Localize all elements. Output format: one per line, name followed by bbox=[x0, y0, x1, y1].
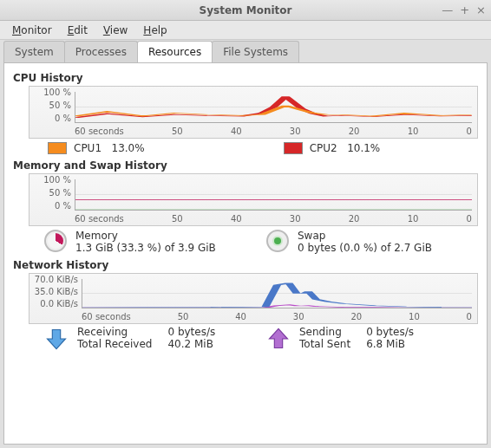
ytick: 50 % bbox=[31, 101, 71, 110]
tab-system[interactable]: System bbox=[3, 41, 65, 62]
mem-history-title: Memory and Swap History bbox=[13, 159, 478, 172]
mem-chart: 100 % 50 % 0 % 60 seconds 50 40 30 20 10… bbox=[29, 173, 478, 226]
ytick: 35.0 KiB/s bbox=[31, 288, 78, 296]
window-controls: — + × bbox=[442, 0, 486, 20]
xtick: 20 bbox=[349, 214, 360, 224]
tabs: System Processes Resources File Systems bbox=[0, 40, 491, 62]
recv-total: 40.2 MiB bbox=[167, 338, 215, 350]
net-x-ticks: 60 seconds 50 40 30 20 10 0 bbox=[82, 312, 472, 323]
ytick: 0.0 KiB/s bbox=[31, 300, 78, 308]
recv-rate: 0 bytes/s bbox=[167, 326, 215, 338]
recv-total-label: Total Received bbox=[77, 338, 152, 350]
menu-monitor[interactable]: Monitor bbox=[5, 23, 59, 38]
menu-help[interactable]: Help bbox=[136, 23, 173, 38]
xtick: 40 bbox=[231, 214, 242, 224]
xtick: 40 bbox=[235, 312, 246, 321]
swap-label: Swap bbox=[298, 230, 432, 242]
memory-label: Memory bbox=[75, 230, 216, 242]
maximize-icon[interactable]: + bbox=[460, 3, 469, 16]
memory-text: Memory 1.3 GiB (33.3 %) of 3.9 GiB bbox=[75, 230, 216, 254]
ytick: 100 % bbox=[31, 176, 71, 185]
xtick: 10 bbox=[408, 214, 419, 224]
xtick: 50 bbox=[172, 214, 183, 224]
minimize-icon[interactable]: — bbox=[442, 3, 453, 16]
ytick: 0 % bbox=[31, 114, 71, 123]
legend-name: CPU1 bbox=[74, 142, 101, 154]
swatch-icon bbox=[48, 142, 67, 154]
menu-edit[interactable]: Edit bbox=[61, 23, 95, 38]
send-table: Sending 0 bytes/s Total Sent 6.8 MiB bbox=[299, 326, 414, 350]
cpu-x-ticks: 60 seconds 50 40 30 20 10 0 bbox=[75, 127, 472, 138]
send-total-label: Total Sent bbox=[299, 338, 350, 350]
cpu2-line bbox=[75, 96, 472, 118]
cpu-history-title: CPU History bbox=[13, 72, 478, 84]
upload-arrow-icon bbox=[266, 326, 291, 352]
mem-plot bbox=[75, 179, 472, 211]
send-stat: Sending 0 bytes/s Total Sent 6.8 MiB bbox=[266, 326, 478, 352]
tab-resources[interactable]: Resources bbox=[137, 41, 213, 62]
tab-file-systems[interactable]: File Systems bbox=[212, 41, 299, 62]
recv-label: Receiving bbox=[77, 326, 152, 338]
legend-label: CPU2 10.1% bbox=[310, 142, 381, 154]
legend-value: 13.0% bbox=[112, 142, 145, 154]
legend-value: 10.1% bbox=[347, 142, 380, 154]
xtick: 20 bbox=[349, 127, 360, 136]
memory-value: 1.3 GiB (33.3 %) of 3.9 GiB bbox=[75, 242, 216, 254]
legend-name: CPU2 bbox=[310, 142, 337, 154]
swap-value: 0 bytes (0.0 %) of 2.7 GiB bbox=[298, 242, 432, 254]
xtick: 10 bbox=[409, 312, 420, 321]
swatch-icon bbox=[284, 142, 303, 154]
xtick: 0 bbox=[467, 127, 472, 136]
xtick: 50 bbox=[172, 127, 183, 136]
send-line bbox=[82, 305, 472, 308]
tab-processes[interactable]: Processes bbox=[64, 41, 138, 62]
recv-line bbox=[82, 283, 472, 308]
net-chart: 70.0 KiB/s 35.0 KiB/s 0.0 KiB/s 60 secon… bbox=[29, 273, 478, 324]
xtick: 30 bbox=[293, 312, 304, 321]
xtick: 10 bbox=[408, 127, 419, 136]
ytick: 0 % bbox=[31, 202, 71, 211]
window-titlebar: System Monitor — + × bbox=[0, 0, 491, 21]
close-icon[interactable]: × bbox=[476, 3, 486, 16]
swap-stat: Swap 0 bytes (0.0 %) of 2.7 GiB bbox=[266, 230, 478, 254]
send-total: 6.8 MiB bbox=[366, 338, 414, 350]
memory-stat: Memory 1.3 GiB (33.3 %) of 3.9 GiB bbox=[44, 230, 256, 254]
send-rate: 0 bytes/s bbox=[366, 326, 414, 338]
menu-view[interactable]: View bbox=[96, 23, 134, 38]
net-history-title: Network History bbox=[13, 259, 478, 271]
recv-table: Receiving 0 bytes/s Total Received 40.2 … bbox=[77, 326, 215, 350]
swap-text: Swap 0 bytes (0.0 %) of 2.7 GiB bbox=[298, 230, 432, 254]
net-y-ticks: 70.0 KiB/s 35.0 KiB/s 0.0 KiB/s bbox=[31, 276, 78, 308]
window-title: System Monitor bbox=[200, 4, 292, 16]
ytick: 70.0 KiB/s bbox=[31, 276, 78, 284]
menubar: Monitor Edit View Help bbox=[0, 21, 491, 40]
xtick: 60 seconds bbox=[75, 127, 124, 136]
xtick: 60 seconds bbox=[82, 312, 131, 321]
net-plot bbox=[82, 279, 472, 308]
memory-pie-icon bbox=[44, 230, 67, 252]
send-label: Sending bbox=[299, 326, 350, 338]
legend-cpu2[interactable]: CPU2 10.1% bbox=[284, 142, 381, 154]
legend-cpu1[interactable]: CPU1 13.0% bbox=[48, 142, 145, 154]
xtick: 0 bbox=[467, 312, 472, 321]
cpu-legend: CPU1 13.0% CPU2 10.1% bbox=[48, 142, 478, 154]
recv-stat: Receiving 0 bytes/s Total Received 40.2 … bbox=[44, 326, 256, 352]
resources-page: CPU History 100 % 50 % 0 % 60 seconds 50… bbox=[3, 62, 488, 445]
xtick: 30 bbox=[290, 214, 301, 224]
cpu-y-ticks: 100 % 50 % 0 % bbox=[31, 88, 71, 123]
mem-x-ticks: 60 seconds 50 40 30 20 10 0 bbox=[75, 214, 472, 225]
xtick: 40 bbox=[231, 127, 242, 136]
cpu-chart: 100 % 50 % 0 % 60 seconds 50 40 30 20 10… bbox=[29, 86, 478, 139]
net-stats: Receiving 0 bytes/s Total Received 40.2 … bbox=[44, 326, 478, 352]
ytick: 50 % bbox=[31, 189, 71, 198]
swap-pie-icon bbox=[266, 230, 289, 252]
ytick: 100 % bbox=[31, 88, 71, 97]
xtick: 50 bbox=[178, 312, 189, 321]
mem-stats: Memory 1.3 GiB (33.3 %) of 3.9 GiB Swap … bbox=[44, 230, 478, 254]
xtick: 0 bbox=[467, 214, 472, 224]
legend-label: CPU1 13.0% bbox=[74, 142, 145, 154]
xtick: 20 bbox=[350, 312, 362, 321]
download-arrow-icon bbox=[44, 326, 69, 352]
xtick: 30 bbox=[290, 127, 301, 136]
xtick: 60 seconds bbox=[75, 214, 124, 224]
